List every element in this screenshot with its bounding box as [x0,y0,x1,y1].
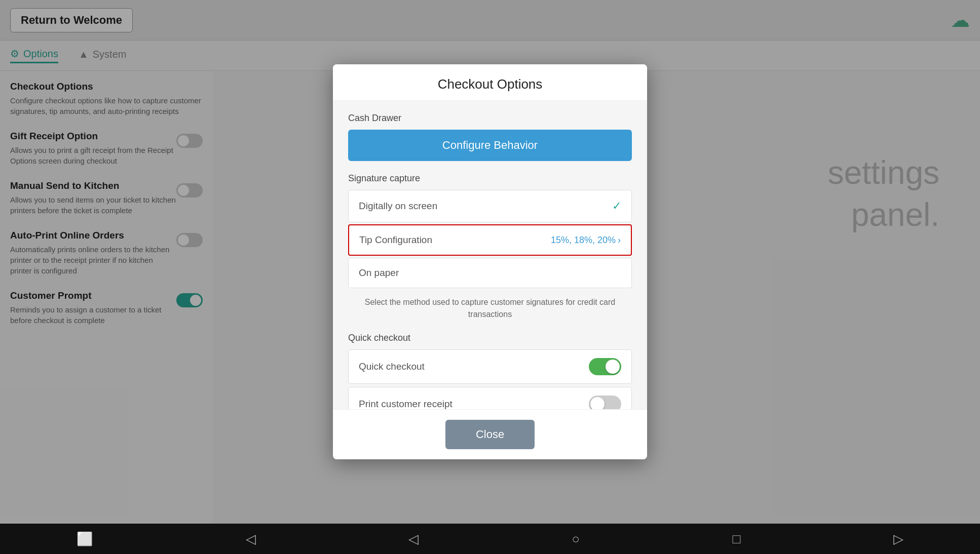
configure-behavior-button[interactable]: Configure Behavior [348,130,632,161]
signature-dropdown: Digitally on screen ✓ [348,190,632,222]
modal-footer: Close [333,409,647,459]
modal-title: Checkout Options [343,76,637,92]
digitally-on-screen-option[interactable]: Digitally on screen ✓ [349,190,631,222]
quick-checkout-toggle[interactable] [589,358,621,375]
camera-icon[interactable]: ⬜ [77,531,93,547]
print-receipt-toggle[interactable] [589,395,621,409]
modal-body: Cash Drawer Configure Behavior Signature… [333,101,647,409]
checkout-options-modal: Checkout Options Cash Drawer Configure B… [333,64,647,459]
quick-checkout-toggle-row[interactable]: Quick checkout [348,349,632,384]
tip-config-value: 15%, 18%, 20% › [551,235,621,246]
back-icon[interactable]: ◁ [408,531,419,547]
checkmark-icon: ✓ [612,200,621,213]
signature-capture-label: Signature capture [348,173,632,184]
volume-icon[interactable]: ◁ [246,531,256,547]
bottom-nav-bar: ⬜ ◁ ◁ ○ □ ▷ [0,524,980,554]
chevron-right-icon: › [618,235,621,246]
quick-checkout-label: Quick checkout [348,333,632,343]
home-icon[interactable]: ○ [572,531,580,547]
print-receipt-label: Print customer receipt [359,399,453,409]
modal-overlay: Checkout Options Cash Drawer Configure B… [0,0,980,524]
quick-checkout-row-label: Quick checkout [359,361,425,372]
on-paper-label: On paper [359,267,399,278]
modal-header: Checkout Options [333,64,647,101]
quick-checkout-section: Quick checkout Print customer receipt [348,349,632,409]
on-paper-option[interactable]: On paper [348,258,632,288]
recents-icon[interactable]: □ [733,531,741,547]
cash-drawer-label: Cash Drawer [348,113,632,124]
digitally-on-screen-label: Digitally on screen [359,201,437,212]
tip-configuration-row[interactable]: Tip Configuration 15%, 18%, 20% › [348,224,632,256]
signature-description: Select the method used to capture custom… [348,296,632,321]
tip-config-label: Tip Configuration [359,234,432,246]
close-button[interactable]: Close [445,420,535,449]
volume-up-icon[interactable]: ▷ [893,531,903,547]
print-receipt-toggle-row[interactable]: Print customer receipt [348,387,632,409]
